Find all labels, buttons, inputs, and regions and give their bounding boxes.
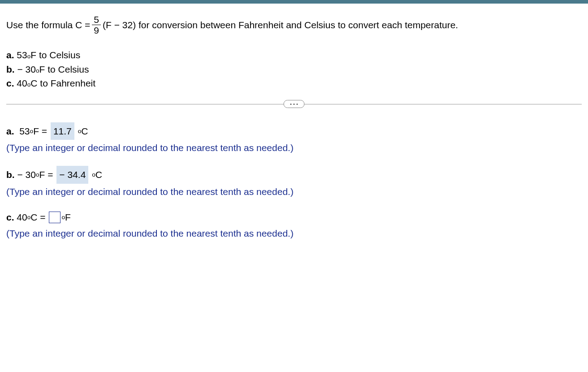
answer-c-line: c. 40 o C = o F: [6, 209, 582, 225]
answer-c-block: c. 40 o C = o F (Type an integer or deci…: [6, 209, 582, 241]
unit-a: F to Celsius: [30, 48, 80, 62]
unit-b: F to Celsius: [39, 62, 89, 77]
formula-prefix: Use the formula C =: [6, 20, 90, 30]
formula-fraction: 5 9: [92, 14, 101, 35]
question-c: c. 40 o C to Fahrenheit: [6, 76, 582, 91]
answer-a-label: a.: [6, 123, 14, 139]
fraction-numerator: 5: [92, 14, 101, 25]
question-a: a. 53 o F to Celsius: [6, 48, 582, 62]
answer-a-value[interactable]: 11.7: [51, 122, 74, 140]
header-bar: [0, 0, 588, 4]
value-a: 53: [17, 48, 27, 62]
answer-b-label: b.: [6, 167, 15, 183]
unit-c: C to Fahrenheit: [30, 76, 95, 91]
value-b: − 30: [17, 62, 36, 77]
answer-c-rhs-unit: F: [65, 209, 71, 225]
answer-b-value[interactable]: − 34.4: [56, 166, 88, 184]
value-c: 40: [17, 76, 27, 91]
answer-c-input[interactable]: [49, 212, 61, 223]
ellipsis-icon: [297, 104, 298, 105]
label-a: a.: [6, 48, 14, 62]
answer-a-lhs: 53: [19, 123, 30, 139]
answer-a-hint: (Type an integer or decimal rounded to t…: [6, 140, 582, 156]
fraction-denominator: 9: [92, 25, 101, 35]
answer-b-block: b. − 30 o F = − 34.4 o C (Type an intege…: [6, 166, 582, 199]
section-divider: [6, 104, 582, 104]
answer-b-lhs: − 30: [17, 167, 36, 183]
answer-c-label: c.: [6, 209, 14, 225]
answer-c-lhs-unit: C: [30, 209, 37, 225]
formula-suffix: (F − 32) for conversion between Fahrenhe…: [103, 20, 458, 30]
ellipsis-icon: [290, 104, 292, 105]
equals-sign: =: [42, 123, 47, 139]
question-b: b. − 30 o F to Celsius: [6, 62, 582, 77]
answer-b-rhs-unit: C: [95, 167, 102, 183]
answer-b-line: b. − 30 o F = − 34.4 o C: [6, 166, 582, 184]
answer-a-line: a. 53 o F = 11.7 o C: [6, 122, 582, 140]
content-area: Use the formula C = 5 9 (F − 32) for con…: [0, 4, 588, 242]
answer-c-hint: (Type an integer or decimal rounded to t…: [6, 225, 582, 242]
answer-a-lhs-unit: F: [33, 123, 39, 139]
formula-instruction: Use the formula C = 5 9 (F − 32) for con…: [6, 14, 582, 35]
equals-sign: =: [48, 167, 53, 183]
ellipsis-icon: [294, 104, 295, 105]
expand-button[interactable]: [284, 100, 305, 108]
label-c: c.: [6, 76, 14, 91]
answer-c-lhs: 40: [17, 209, 27, 225]
answer-a-block: a. 53 o F = 11.7 o C (Type an integer or…: [6, 122, 582, 156]
answer-b-hint: (Type an integer or decimal rounded to t…: [6, 184, 582, 200]
equals-sign: =: [40, 209, 45, 225]
answer-a-rhs-unit: C: [81, 123, 88, 139]
label-b: b.: [6, 62, 15, 77]
answer-b-lhs-unit: F: [39, 167, 45, 183]
question-list: a. 53 o F to Celsius b. − 30 o F to Cels…: [6, 48, 582, 91]
